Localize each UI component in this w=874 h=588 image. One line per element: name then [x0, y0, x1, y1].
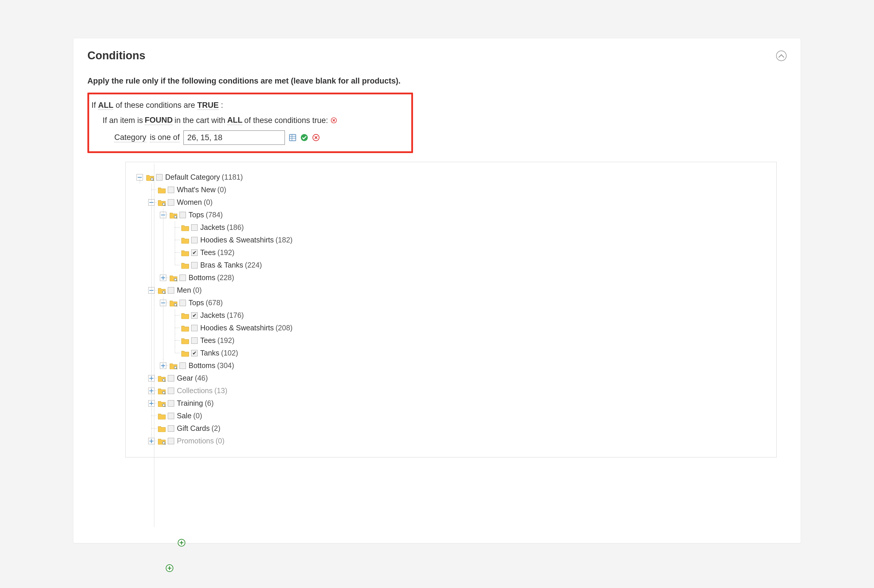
tree-node-label[interactable]: Tops — [188, 211, 204, 219]
tree-node-label[interactable]: Hoodies & Sweatshirts — [199, 236, 274, 244]
folder-icon — [181, 350, 190, 356]
tree-node-label[interactable]: Training — [176, 399, 203, 408]
subselect-line: If an item is FOUND in the cart with ALL… — [91, 113, 409, 128]
tree-node-label[interactable]: Gear — [176, 374, 193, 382]
rule-aggregate-line: If ALL of these conditions are TRUE : — [91, 97, 409, 113]
tree-node-label[interactable]: Promotions — [176, 437, 214, 445]
tree-node-label[interactable]: Collections — [176, 387, 212, 395]
tree-checkbox[interactable] — [191, 325, 198, 331]
found-keyword[interactable]: FOUND — [145, 116, 173, 125]
tree-node-label[interactable]: Bottoms — [188, 362, 215, 370]
add-condition-button[interactable] — [165, 564, 174, 573]
tree-expander[interactable] — [160, 212, 166, 218]
folder-icon — [158, 287, 166, 294]
tree-node-count: (2) — [212, 424, 221, 433]
tree-expander[interactable] — [148, 287, 155, 294]
tree-checkbox[interactable] — [168, 187, 174, 193]
tree-node-count: (46) — [195, 374, 208, 382]
attribute-category[interactable]: Category — [114, 133, 146, 142]
tree-node-label[interactable]: Bottoms — [188, 273, 215, 282]
tree-checkbox[interactable] — [156, 174, 162, 180]
tree-checkbox[interactable] — [168, 425, 174, 432]
tree-node-label[interactable]: Women — [176, 198, 202, 207]
value-true[interactable]: TRUE — [197, 101, 219, 110]
tree-checkbox[interactable] — [168, 400, 174, 406]
tree-expander[interactable] — [160, 363, 166, 369]
svg-point-5 — [162, 203, 165, 206]
tree-checkbox[interactable] — [179, 274, 186, 281]
tree-node-label[interactable]: Bras & Tanks — [199, 261, 243, 269]
collapse-toggle[interactable] — [776, 51, 787, 61]
chooser-icon[interactable] — [289, 134, 297, 142]
tree-checkbox[interactable] — [179, 300, 186, 306]
folder-icon — [181, 224, 190, 231]
tree-expander[interactable] — [148, 199, 155, 206]
tree-expander[interactable] — [137, 174, 143, 180]
folder-icon — [181, 262, 190, 268]
tree-node-label[interactable]: Gift Cards — [176, 424, 210, 433]
svg-point-7 — [174, 278, 176, 281]
svg-point-9 — [174, 303, 176, 306]
category-condition-row: Category is one of — [91, 128, 409, 147]
tree-checkbox[interactable] — [191, 350, 198, 356]
svg-point-13 — [162, 404, 165, 406]
tree-checkbox[interactable] — [191, 262, 198, 268]
tree-checkbox[interactable] — [168, 375, 174, 381]
tree-checkbox[interactable] — [191, 249, 198, 256]
tree-checkbox[interactable] — [191, 338, 198, 344]
aggregator-all[interactable]: ALL — [98, 101, 113, 110]
tree-checkbox[interactable] — [168, 388, 174, 394]
tree-checkbox[interactable] — [179, 212, 186, 218]
tree-node-label[interactable]: Tees — [199, 336, 216, 345]
tree-checkbox[interactable] — [191, 224, 198, 231]
apply-icon[interactable] — [300, 134, 308, 142]
tree-checkbox[interactable] — [168, 413, 174, 419]
tree-node-label[interactable]: Jackets — [199, 223, 225, 232]
tree-checkbox[interactable] — [168, 199, 174, 206]
tree-node-label[interactable]: Jackets — [199, 311, 225, 320]
tree-expander[interactable] — [148, 388, 155, 394]
tree-node-count: (13) — [214, 387, 227, 395]
folder-icon — [158, 375, 166, 381]
tree-node-count: (304) — [217, 362, 234, 370]
tree-node-count: (186) — [227, 223, 244, 232]
tree-node-label[interactable]: Sale — [176, 412, 191, 420]
tree-node-label[interactable]: Tops — [188, 298, 204, 307]
tree-node-count: (0) — [193, 286, 202, 294]
folder-icon — [170, 363, 178, 369]
tree-node-label[interactable]: Tanks — [199, 349, 219, 357]
svg-point-12 — [162, 392, 165, 394]
add-subcondition-button[interactable] — [178, 538, 186, 548]
tree-checkbox[interactable] — [191, 312, 198, 319]
svg-point-14 — [162, 442, 165, 444]
tree-node-count: (6) — [205, 399, 214, 408]
tree-node-label[interactable]: Hoodies & Sweatshirts — [199, 324, 274, 332]
tree-expander[interactable] — [148, 375, 155, 381]
folder-icon — [181, 312, 190, 319]
tree-checkbox[interactable] — [168, 438, 174, 444]
tree-node-label[interactable]: What's New — [176, 186, 216, 194]
remove-value-icon[interactable] — [312, 134, 320, 142]
folder-icon — [158, 425, 166, 432]
svg-point-10 — [174, 366, 176, 369]
tree-node-label[interactable]: Tees — [199, 248, 216, 257]
tree-checkbox[interactable] — [168, 287, 174, 294]
folder-icon — [170, 274, 178, 281]
tree-node-count: (192) — [218, 248, 235, 257]
tree-node-label[interactable]: Default Category — [164, 173, 220, 182]
sub-aggregator-all[interactable]: ALL — [227, 116, 242, 125]
tree-expander[interactable] — [148, 438, 155, 444]
tree-expander[interactable] — [160, 300, 166, 306]
tree-expander[interactable] — [148, 400, 155, 406]
tree-node-count: (1181) — [222, 173, 243, 182]
tree-node-count: (208) — [276, 324, 293, 332]
tree-checkbox[interactable] — [179, 363, 186, 369]
folder-icon — [158, 413, 166, 419]
tree-node-label[interactable]: Men — [176, 286, 191, 294]
operator-is-one-of[interactable]: is one of — [150, 133, 180, 142]
tree-expander[interactable] — [160, 274, 166, 281]
remove-condition-icon[interactable] — [330, 116, 338, 124]
category-ids-input[interactable] — [183, 130, 285, 145]
tree-checkbox[interactable] — [191, 237, 198, 243]
folder-icon — [158, 438, 166, 444]
